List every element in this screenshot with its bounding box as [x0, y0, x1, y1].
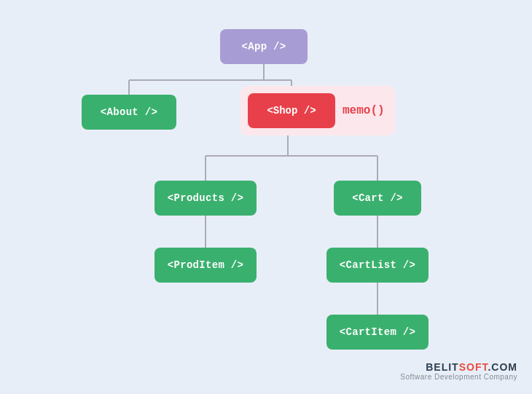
node-cartlist: <CartList /> [326, 248, 429, 283]
node-products-label: <Products /> [168, 192, 243, 204]
node-products: <Products /> [154, 181, 257, 216]
watermark: BELITSOFT.COM Software Development Compa… [400, 361, 517, 381]
node-proditem-label: <ProdItem /> [168, 259, 243, 271]
memo-label: memo() [343, 104, 385, 117]
node-about: <About /> [82, 95, 176, 130]
diagram: <App /> <About /> <Shop /> memo() <Produ… [0, 0, 532, 394]
node-cart-label: <Cart /> [352, 192, 403, 204]
node-cart: <Cart /> [334, 181, 421, 216]
node-cartitem-label: <CartItem /> [340, 326, 415, 338]
node-app: <App /> [220, 29, 308, 64]
watermark-title: BELITSOFT.COM [400, 361, 517, 373]
node-proditem: <ProdItem /> [154, 248, 257, 283]
node-about-label: <About /> [101, 106, 157, 118]
memo-wrapper: <Shop /> memo() [240, 86, 395, 135]
node-cartitem: <CartItem /> [326, 315, 429, 350]
node-shop-label: <Shop /> [267, 105, 316, 117]
node-app-label: <App /> [242, 41, 286, 52]
watermark-subtitle: Software Development Company [400, 373, 517, 381]
node-cartlist-label: <CartList /> [340, 259, 415, 271]
node-shop: <Shop /> [248, 93, 335, 128]
